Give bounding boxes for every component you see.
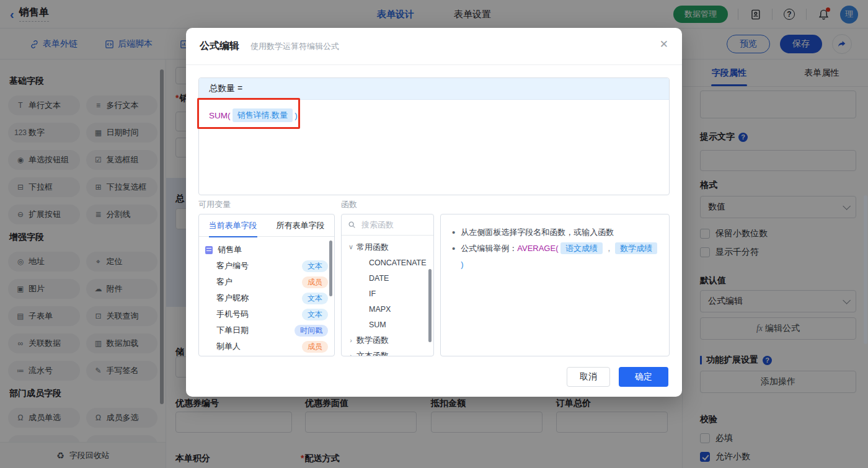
example-field-chip: 语文成绩 [560, 242, 603, 254]
variables-scrollbar-thumb[interactable] [329, 241, 332, 296]
cancel-button[interactable]: 取消 [567, 367, 610, 387]
window-scrollbar-thumb[interactable] [864, 195, 867, 344]
caret-icon: ∨ [347, 243, 355, 251]
formula-editor-box[interactable]: 总数量 = SUM( 销售详情.数量 ) [198, 77, 670, 195]
form-tree-node[interactable]: 销售单 [205, 242, 328, 258]
field-type-tag: 成员 [302, 276, 328, 288]
function-token: SUM( [209, 111, 231, 120]
function-list: ∨ 常用函数 CONCATENATE DATE [342, 236, 433, 356]
function-item[interactable]: SUM [342, 317, 433, 332]
variables-tabs: 当前表单字段 所有表单字段 [199, 214, 334, 237]
tip-line-2: • 公式编辑举例：AVERAGE( 语文成绩 ， 数学成绩 ) [452, 241, 658, 273]
field-chip[interactable]: 销售详情.数量 [232, 108, 293, 122]
app-window: ‹ 销售单 表单设计 表单设置 数据管理 ? 理 [0, 0, 868, 468]
field-type-tag: 成员 [302, 341, 328, 353]
function-item[interactable]: › 数学函数 [342, 332, 433, 348]
tip-line-1: • 从左侧面板选择字段名和函数，或输入函数 [452, 224, 658, 241]
tips-panel: • 从左侧面板选择字段名和函数，或输入函数 • 公式编辑举例：AVERAGE( … [440, 214, 670, 356]
bullet-icon: • [452, 224, 455, 241]
variable-row[interactable]: 制单人 成员 [205, 338, 328, 355]
form-doc-icon [205, 246, 213, 254]
tab-current-form-fields[interactable]: 当前表单字段 [209, 220, 257, 231]
modal-header: 公式编辑 使用数学运算符编辑公式 ✕ [186, 28, 682, 65]
function-item[interactable]: CONCATENATE [342, 255, 433, 270]
function-item[interactable]: MAPX [342, 301, 433, 317]
field-type-tag: 文本 [302, 260, 328, 272]
close-icon[interactable]: ✕ [660, 39, 668, 50]
variable-row[interactable]: 手机号码 文本 [205, 306, 328, 322]
formula-target: 总数量 = [199, 78, 669, 100]
field-type-tag: 时间戳 [294, 325, 328, 337]
example-function-token: AVERAGE( [517, 244, 558, 253]
example-field-chip: 数学成绩 [615, 242, 657, 254]
modal-subtitle: 使用数学运算符编辑公式 [250, 41, 339, 52]
confirm-button[interactable]: 确定 [619, 367, 668, 387]
function-search-input[interactable] [360, 219, 422, 230]
field-type-tag: 文本 [302, 309, 328, 320]
close-paren-token: ) [294, 111, 298, 120]
variables-panel: 当前表单字段 所有表单字段 销售单 客户编号 文本 [198, 214, 335, 356]
functions-scrollbar-thumb[interactable] [428, 269, 432, 342]
tab-all-form-fields[interactable]: 所有表单字段 [277, 220, 325, 231]
variable-row[interactable]: 客户昵称 文本 [205, 290, 328, 306]
function-item[interactable]: DATE [342, 270, 433, 286]
formula-editor-modal: 公式编辑 使用数学运算符编辑公式 ✕ 总数量 = SUM( 销售详情.数量 ) … [186, 28, 682, 397]
search-icon [348, 221, 356, 229]
variable-row[interactable]: 客户编号 文本 [205, 258, 328, 274]
variables-caption: 可用变量 [198, 199, 231, 210]
variable-field-list: 客户编号 文本 客户 成员 客户昵称 文本 [205, 258, 328, 355]
field-type-tag: 文本 [302, 293, 328, 304]
function-item[interactable]: ∨ 常用函数 [342, 239, 433, 255]
caret-icon: › [347, 352, 355, 357]
function-search[interactable] [342, 214, 433, 236]
variable-row[interactable]: 客户 成员 [205, 274, 328, 290]
functions-panel: ∨ 常用函数 CONCATENATE DATE [341, 214, 434, 356]
caret-icon: › [347, 337, 355, 344]
bullet-icon: • [452, 241, 455, 257]
modal-title: 公式编辑 [200, 40, 239, 53]
modal-footer: 取消 确定 [567, 367, 668, 387]
formula-expression[interactable]: SUM( 销售详情.数量 ) [199, 100, 669, 131]
function-item[interactable]: IF [342, 286, 433, 301]
variable-row[interactable]: 下单日期 时间戳 [205, 322, 328, 338]
function-item[interactable]: › 文本函数 [342, 348, 433, 356]
functions-caption: 函数 [341, 199, 357, 210]
